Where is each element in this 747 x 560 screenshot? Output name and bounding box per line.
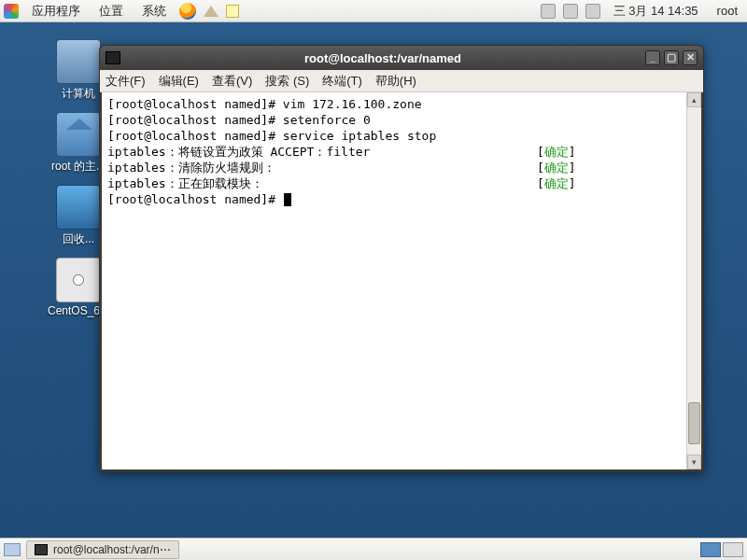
- system-menu[interactable]: 系统: [136, 1, 172, 21]
- clock[interactable]: 三 3月 14 14:35: [608, 1, 704, 21]
- home-icon: [56, 112, 101, 157]
- terminal-icon: [35, 544, 48, 555]
- terminal-body[interactable]: [root@localhost named]# vim 172.16.100.z…: [102, 92, 701, 469]
- menu-file[interactable]: 文件(F): [106, 73, 146, 90]
- terminal-window: root@localhost:/var/named _ ▢ ✕ 文件(F) 编辑…: [99, 45, 704, 472]
- volume-icon[interactable]: [563, 4, 578, 19]
- terminal-icon: [106, 51, 120, 64]
- cursor: [284, 193, 291, 206]
- window-title: root@localhost:/var/named: [120, 51, 645, 65]
- scroll-thumb[interactable]: [688, 402, 700, 444]
- workspace-2[interactable]: [723, 542, 743, 557]
- bottom-panel: root@localhost:/var/n⋯: [0, 538, 747, 560]
- menu-view[interactable]: 查看(V): [212, 73, 252, 90]
- system-menu-icon[interactable]: [4, 4, 19, 19]
- show-desktop-button[interactable]: [4, 543, 21, 556]
- workspace-switcher: [700, 542, 743, 557]
- cd-icon: [56, 258, 101, 302]
- trash-icon: [56, 185, 101, 230]
- taskbar-item-label: root@localhost:/var/n⋯: [53, 543, 171, 556]
- menu-search[interactable]: 搜索 (S): [265, 73, 309, 90]
- notes-icon[interactable]: [226, 5, 239, 18]
- menu-edit[interactable]: 编辑(E): [159, 73, 199, 90]
- menu-terminal[interactable]: 终端(T): [322, 73, 362, 90]
- titlebar[interactable]: root@localhost:/var/named _ ▢ ✕: [100, 46, 703, 70]
- minimize-button[interactable]: _: [645, 50, 660, 65]
- network-icon[interactable]: [541, 4, 556, 19]
- computer-icon: [56, 39, 101, 84]
- terminal-content: [root@localhost named]# vim 172.16.100.z…: [102, 92, 701, 211]
- user-menu[interactable]: root: [712, 2, 743, 20]
- display-icon[interactable]: [585, 4, 600, 19]
- maximize-button[interactable]: ▢: [664, 50, 679, 65]
- firefox-icon[interactable]: [179, 3, 196, 20]
- applications-menu[interactable]: 应用程序: [26, 1, 86, 21]
- taskbar-item-terminal[interactable]: root@localhost:/var/n⋯: [26, 540, 179, 559]
- mail-icon[interactable]: [204, 0, 218, 17]
- workspace-1[interactable]: [700, 542, 721, 557]
- menu-help[interactable]: 帮助(H): [375, 73, 416, 90]
- close-button[interactable]: ✕: [683, 50, 698, 65]
- scroll-down-button[interactable]: ▾: [687, 455, 701, 469]
- scrollbar[interactable]: ▴ ▾: [686, 92, 701, 469]
- scroll-track[interactable]: [687, 107, 701, 455]
- top-panel: 应用程序 位置 系统 三 3月 14 14:35 root: [0, 0, 747, 22]
- scroll-up-button[interactable]: ▴: [687, 92, 701, 107]
- menubar: 文件(F) 编辑(E) 查看(V) 搜索 (S) 终端(T) 帮助(H): [100, 70, 703, 92]
- places-menu[interactable]: 位置: [93, 1, 129, 21]
